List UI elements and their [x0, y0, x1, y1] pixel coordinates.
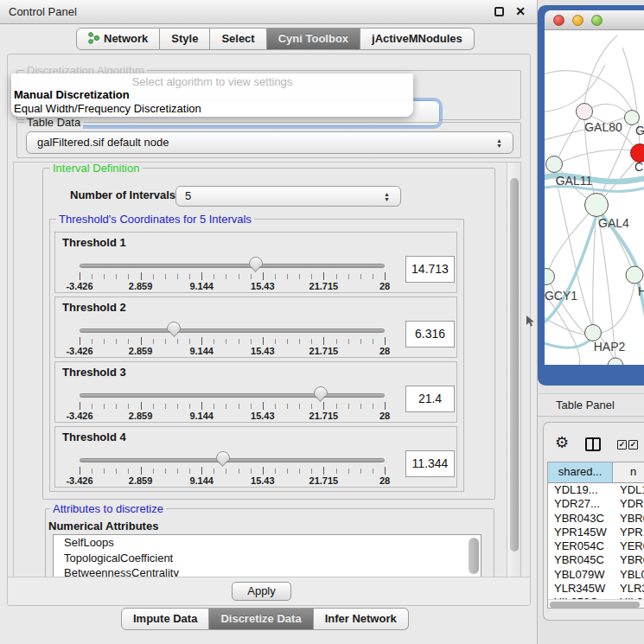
network-window-titlebar[interactable] [545, 10, 644, 30]
dropdown-option-equal-width-frequency[interactable]: Equal Width/Frequency Discretization [11, 102, 413, 116]
tab-infer-network[interactable]: Infer Network [314, 608, 409, 630]
table-data-combobox[interactable]: galFiltered.sif default node ▲▼ [26, 131, 513, 154]
slider-track[interactable] [80, 458, 385, 462]
column-header-shared-name[interactable]: shared... [548, 462, 613, 482]
algorithm-dropdown-popup: Select algorithm to view settings Manual… [11, 73, 413, 117]
threshold-value-field[interactable]: 11.344 [405, 450, 455, 477]
threshold-value-field[interactable]: 6.316 [405, 321, 455, 348]
node-label: H [638, 284, 644, 298]
cell-name[interactable]: YLR3 [613, 582, 644, 596]
number-of-intervals-combobox[interactable]: 5 ▲▼ [175, 186, 401, 207]
cell-name[interactable]: YDR2 [613, 497, 644, 511]
cell-shared-name[interactable]: YBL079W [548, 568, 613, 582]
table-row[interactable]: YER054CYER0 [548, 539, 644, 553]
threshold-slider: -3.4262.8599.14415.4321.71528 [55, 253, 456, 293]
slider-track[interactable] [80, 393, 385, 398]
float-window-icon[interactable] [494, 7, 504, 16]
cell-shared-name[interactable]: YLR345W [548, 582, 613, 596]
number-of-intervals-value: 5 [185, 189, 191, 202]
node-label: GAL80 [584, 120, 622, 134]
control-panel: Control Panel ✕ NetworkStyleSelectCyni T… [0, 0, 538, 644]
group-title: Attributes to discretize [50, 502, 166, 515]
cell-shared-name[interactable]: YER054C [548, 539, 613, 553]
node-label: GA [635, 124, 644, 137]
numerical-attributes-label: Numerical Attributes [48, 520, 158, 532]
node-hap2[interactable] [585, 325, 602, 341]
column-header-name[interactable]: n [613, 462, 644, 482]
slider-thumb[interactable] [167, 322, 181, 332]
cell-shared-name[interactable]: YPR145W [548, 526, 613, 539]
apply-button[interactable]: Apply [232, 582, 291, 601]
node-gal80[interactable] [577, 104, 593, 120]
tab-impute-data[interactable]: Impute Data [121, 608, 209, 630]
threshold-panel: Threshold 3 -3.4262.8599.14415.4321.7152… [54, 361, 457, 423]
attribute-list-item[interactable]: SelfLoops [54, 535, 481, 551]
scale-label: 28 [379, 281, 390, 291]
tab-select[interactable]: Select [210, 28, 266, 50]
node-label: GAL11 [556, 174, 593, 188]
horizontal-scrollbar-thumb[interactable] [550, 602, 640, 608]
table-row[interactable]: YDR27...YDR2 [548, 497, 644, 511]
tab-discretize-data[interactable]: Discretize Data [209, 608, 313, 630]
split-columns-icon[interactable] [585, 437, 601, 451]
scale-label: 21.715 [309, 475, 339, 486]
node-gcy1[interactable] [545, 269, 555, 285]
close-traffic-light-icon[interactable] [553, 15, 564, 26]
cell-shared-name[interactable]: YDL19... [548, 483, 613, 497]
slider-thumb[interactable] [216, 451, 230, 462]
threshold-value-field[interactable]: 21.4 [405, 386, 455, 412]
table-row[interactable]: YDL19...YDL1 [548, 483, 644, 497]
minimize-traffic-light-icon[interactable] [572, 15, 583, 26]
network-canvas[interactable]: GAL80 GA C GAL11 GAL4 GCY1 H HAP2 [545, 30, 644, 365]
node-gal4[interactable] [585, 194, 609, 217]
tab-cyni-toolbox[interactable]: Cyni Toolbox [267, 28, 360, 50]
button-strip: Apply [8, 577, 530, 605]
cell-shared-name[interactable]: YBR043C [548, 512, 613, 526]
cell-name[interactable]: YPR1 [613, 526, 644, 539]
numerical-attributes-list[interactable]: SelfLoopsTopologicalCoefficientBetweenne… [53, 534, 481, 577]
slider-thumb[interactable] [314, 386, 328, 397]
cell-shared-name[interactable]: YDR27... [548, 497, 613, 511]
threshold-value-field[interactable]: 14.713 [405, 256, 455, 283]
tab-jactivemnodules[interactable]: jActiveMNodules [360, 28, 475, 50]
threshold-label: Threshold 2 [62, 301, 126, 314]
vertical-scrollbar[interactable] [507, 163, 520, 577]
checkbox-icon[interactable]: ✓ [628, 440, 638, 450]
scale-label: -3.426 [66, 411, 92, 421]
scale-label: 21.715 [309, 281, 339, 291]
list-scrollbar-thumb[interactable] [469, 538, 479, 574]
node-top-right[interactable] [625, 111, 640, 125]
zoom-traffic-light-icon[interactable] [591, 15, 603, 26]
tab-network[interactable]: Network [76, 28, 160, 50]
scale-label: 9.144 [189, 281, 214, 291]
node-h[interactable] [626, 266, 643, 284]
vertical-scrollbar-thumb[interactable] [510, 178, 519, 552]
cell-name[interactable]: YBL0 [613, 568, 644, 582]
node-bottom-partial[interactable] [608, 358, 623, 365]
cell-shared-name[interactable]: YBR045C [548, 553, 613, 567]
cell-name[interactable]: YER0 [613, 539, 644, 553]
table-row[interactable]: YBR045CYBR0 [548, 553, 644, 567]
horizontal-scrollbar[interactable] [548, 599, 644, 608]
table-row[interactable]: YLR345WYLR3 [548, 582, 644, 596]
scale-label: 15.43 [251, 281, 275, 291]
node-gal11[interactable] [546, 156, 563, 173]
close-icon[interactable]: ✕ [515, 4, 526, 18]
checkbox-icon[interactable]: ✓ [617, 440, 627, 450]
tab-style[interactable]: Style [160, 28, 210, 50]
slider-track[interactable] [80, 328, 385, 333]
slider-major-ticks [80, 272, 386, 280]
table-row[interactable]: YPR145WYPR1 [548, 526, 644, 539]
cell-name[interactable]: YDL1 [613, 483, 644, 497]
network-icon [88, 30, 99, 51]
gear-icon[interactable]: ⚙ [555, 435, 569, 450]
attribute-list-item[interactable]: TopologicalCoefficient [54, 551, 481, 566]
table-row[interactable]: YBL079WYBL0 [548, 568, 644, 582]
table-row[interactable]: YBR043CYBR0 [548, 512, 644, 526]
attribute-list-item[interactable]: BetweennessCentrality [54, 565, 481, 577]
slider-thumb[interactable] [249, 257, 263, 267]
cell-name[interactable]: YBR0 [613, 512, 644, 526]
cell-name[interactable]: YBR0 [613, 553, 644, 567]
dropdown-option-manual-discretization[interactable]: Manual Discretization [11, 88, 413, 102]
slider-track[interactable] [80, 264, 385, 268]
